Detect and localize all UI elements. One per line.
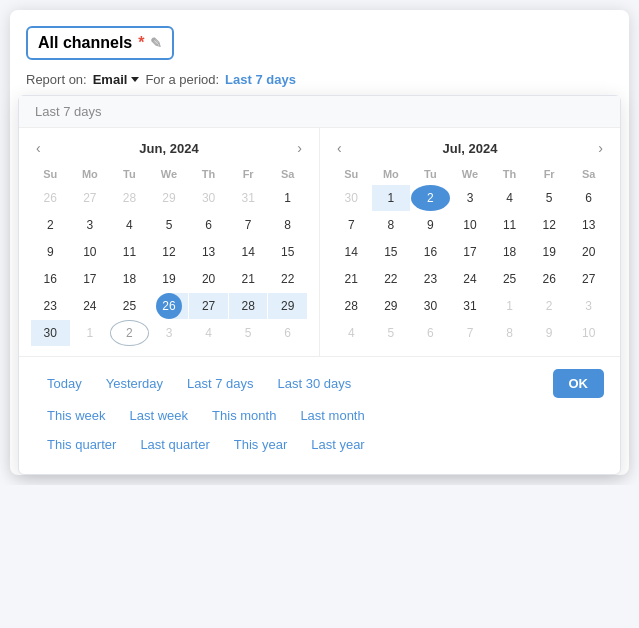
cal-date-cell[interactable]: 28 xyxy=(332,293,371,319)
shortcut-button[interactable]: This week xyxy=(35,404,118,427)
cal-right-prev[interactable]: ‹ xyxy=(332,138,347,158)
cal-date-cell[interactable]: 7 xyxy=(332,212,371,238)
cal-date-cell[interactable]: 4 xyxy=(332,320,371,346)
cal-date-cell[interactable]: 3 xyxy=(569,293,608,319)
cal-date-cell[interactable]: 6 xyxy=(189,212,228,238)
cal-date-cell[interactable]: 31 xyxy=(229,185,268,211)
cal-date-cell[interactable]: 1 xyxy=(372,185,411,211)
cal-date-cell[interactable]: 8 xyxy=(268,212,307,238)
cal-date-cell[interactable]: 30 xyxy=(411,293,450,319)
cal-date-cell[interactable]: 29 xyxy=(372,293,411,319)
cal-left-prev[interactable]: ‹ xyxy=(31,138,46,158)
shortcut-button[interactable]: This quarter xyxy=(35,433,128,456)
cal-date-cell[interactable]: 30 xyxy=(332,185,371,211)
shortcut-button[interactable]: This month xyxy=(200,404,288,427)
cal-date-cell[interactable]: 23 xyxy=(411,266,450,292)
cal-date-cell[interactable]: 16 xyxy=(411,239,450,265)
cal-date-cell[interactable]: 24 xyxy=(71,293,110,319)
cal-date-cell[interactable]: 25 xyxy=(110,293,149,319)
cal-date-cell[interactable]: 5 xyxy=(150,212,189,238)
cal-date-cell[interactable]: 10 xyxy=(569,320,608,346)
cal-date-cell[interactable]: 20 xyxy=(189,266,228,292)
cal-date-cell[interactable]: 18 xyxy=(490,239,529,265)
cal-date-cell[interactable]: 1 xyxy=(268,185,307,211)
cal-date-cell[interactable]: 19 xyxy=(530,239,569,265)
shortcut-button[interactable]: Yesterday xyxy=(94,372,175,395)
shortcut-button[interactable]: This year xyxy=(222,433,299,456)
cal-date-cell[interactable]: 6 xyxy=(411,320,450,346)
cal-date-cell[interactable]: 4 xyxy=(490,185,529,211)
cal-date-cell[interactable]: 9 xyxy=(530,320,569,346)
shortcut-button[interactable]: Last week xyxy=(118,404,201,427)
cal-date-cell[interactable]: 27 xyxy=(569,266,608,292)
cal-date-cell[interactable]: 29 xyxy=(150,185,189,211)
cal-left-next[interactable]: › xyxy=(292,138,307,158)
cal-date-cell[interactable]: 16 xyxy=(31,266,70,292)
cal-date-cell[interactable]: 13 xyxy=(189,239,228,265)
cal-date-cell[interactable]: 26 xyxy=(150,293,189,319)
cal-date-cell[interactable]: 21 xyxy=(332,266,371,292)
cal-date-cell[interactable]: 31 xyxy=(451,293,490,319)
cal-date-cell[interactable]: 10 xyxy=(451,212,490,238)
shortcut-button[interactable]: Last year xyxy=(299,433,376,456)
cal-date-cell[interactable]: 25 xyxy=(490,266,529,292)
cal-date-cell[interactable]: 14 xyxy=(332,239,371,265)
cal-date-cell[interactable]: 20 xyxy=(569,239,608,265)
cal-date-cell[interactable]: 29 xyxy=(268,293,307,319)
cal-date-cell[interactable]: 18 xyxy=(110,266,149,292)
cal-date-cell[interactable]: 2 xyxy=(110,320,149,346)
cal-date-cell[interactable]: 2 xyxy=(31,212,70,238)
cal-date-cell[interactable]: 28 xyxy=(110,185,149,211)
period-value-link[interactable]: Last 7 days xyxy=(225,72,296,87)
ok-button[interactable]: OK xyxy=(553,369,605,398)
cal-date-cell[interactable]: 26 xyxy=(530,266,569,292)
cal-date-cell[interactable]: 1 xyxy=(71,320,110,346)
cal-right-next[interactable]: › xyxy=(593,138,608,158)
cal-date-cell[interactable]: 30 xyxy=(189,185,228,211)
cal-date-cell[interactable]: 28 xyxy=(229,293,268,319)
shortcut-button[interactable]: Last 30 days xyxy=(266,372,364,395)
shortcut-button[interactable]: Today xyxy=(35,372,94,395)
cal-date-cell[interactable]: 21 xyxy=(229,266,268,292)
cal-date-cell[interactable]: 27 xyxy=(71,185,110,211)
cal-date-cell[interactable]: 3 xyxy=(150,320,189,346)
cal-date-cell[interactable]: 9 xyxy=(31,239,70,265)
cal-date-cell[interactable]: 11 xyxy=(110,239,149,265)
cal-date-cell[interactable]: 17 xyxy=(451,239,490,265)
cal-date-cell[interactable]: 13 xyxy=(569,212,608,238)
cal-date-cell[interactable]: 5 xyxy=(530,185,569,211)
shortcut-button[interactable]: Last quarter xyxy=(128,433,221,456)
cal-date-cell[interactable]: 17 xyxy=(71,266,110,292)
cal-date-cell[interactable]: 1 xyxy=(490,293,529,319)
cal-date-cell[interactable]: 12 xyxy=(530,212,569,238)
cal-date-cell[interactable]: 19 xyxy=(150,266,189,292)
cal-date-cell[interactable]: 5 xyxy=(372,320,411,346)
cal-date-cell[interactable]: 14 xyxy=(229,239,268,265)
cal-date-cell[interactable]: 6 xyxy=(569,185,608,211)
cal-date-cell[interactable]: 15 xyxy=(372,239,411,265)
report-value-button[interactable]: Email xyxy=(93,72,140,87)
cal-date-cell[interactable]: 7 xyxy=(451,320,490,346)
shortcut-button[interactable]: Last 7 days xyxy=(175,372,266,395)
cal-date-cell[interactable]: 3 xyxy=(71,212,110,238)
cal-date-cell[interactable]: 10 xyxy=(71,239,110,265)
cal-date-cell[interactable]: 12 xyxy=(150,239,189,265)
cal-date-cell[interactable]: 7 xyxy=(229,212,268,238)
cal-date-cell[interactable]: 4 xyxy=(189,320,228,346)
cal-date-cell[interactable]: 26 xyxy=(31,185,70,211)
cal-date-cell[interactable]: 15 xyxy=(268,239,307,265)
cal-date-cell[interactable]: 24 xyxy=(451,266,490,292)
cal-date-cell[interactable]: 9 xyxy=(411,212,450,238)
edit-icon[interactable]: ✎ xyxy=(150,35,162,51)
cal-date-cell[interactable]: 22 xyxy=(372,266,411,292)
cal-date-cell[interactable]: 4 xyxy=(110,212,149,238)
cal-date-cell[interactable]: 6 xyxy=(268,320,307,346)
cal-date-cell[interactable]: 2 xyxy=(411,185,450,211)
cal-date-cell[interactable]: 5 xyxy=(229,320,268,346)
cal-date-cell[interactable]: 11 xyxy=(490,212,529,238)
cal-date-cell[interactable]: 8 xyxy=(372,212,411,238)
cal-date-cell[interactable]: 8 xyxy=(490,320,529,346)
cal-date-cell[interactable]: 27 xyxy=(189,293,228,319)
cal-date-cell[interactable]: 2 xyxy=(530,293,569,319)
cal-date-cell[interactable]: 22 xyxy=(268,266,307,292)
